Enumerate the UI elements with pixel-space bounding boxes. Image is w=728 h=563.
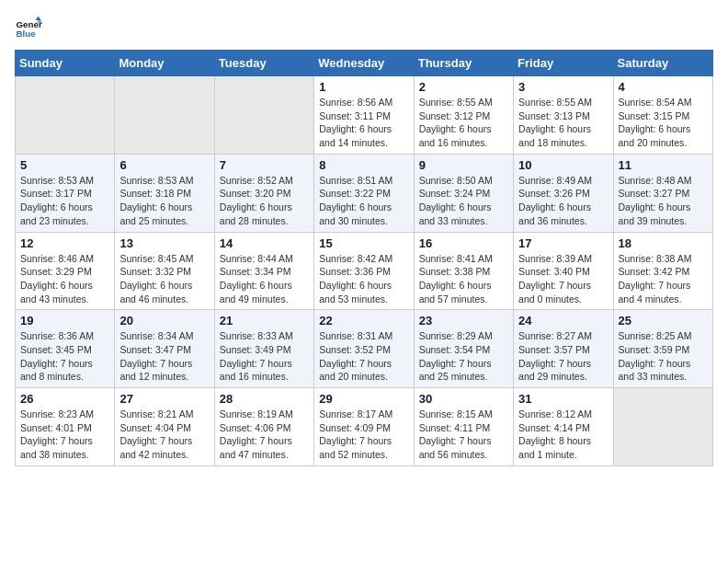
day-number: 27 [119, 392, 209, 406]
day-info: Sunrise: 8:17 AM Sunset: 4:09 PM Dayligh… [319, 408, 408, 462]
day-info: Sunrise: 8:42 AM Sunset: 3:36 PM Dayligh… [319, 252, 408, 306]
weekday-header-row: SundayMondayTuesdayWednesdayThursdayFrid… [16, 51, 713, 76]
day-number: 9 [419, 158, 508, 172]
weekday-header-sunday: Sunday [16, 51, 115, 76]
week-row-1: 1Sunrise: 8:56 AM Sunset: 3:11 PM Daylig… [16, 76, 713, 155]
day-info: Sunrise: 8:53 AM Sunset: 3:18 PM Dayligh… [119, 174, 209, 228]
day-info: Sunrise: 8:38 AM Sunset: 3:42 PM Dayligh… [619, 252, 708, 306]
day-info: Sunrise: 8:41 AM Sunset: 3:38 PM Dayligh… [419, 252, 508, 306]
weekday-header-tuesday: Tuesday [214, 51, 313, 76]
day-number: 6 [119, 158, 209, 172]
day-number: 18 [619, 236, 708, 250]
day-cell [613, 388, 712, 466]
day-cell: 19Sunrise: 8:36 AM Sunset: 3:45 PM Dayli… [16, 310, 115, 388]
day-info: Sunrise: 8:49 AM Sunset: 3:26 PM Dayligh… [518, 174, 608, 228]
day-number: 14 [220, 236, 309, 250]
day-cell: 16Sunrise: 8:41 AM Sunset: 3:38 PM Dayli… [414, 232, 513, 310]
day-info: Sunrise: 8:53 AM Sunset: 3:17 PM Dayligh… [20, 174, 109, 228]
day-info: Sunrise: 8:46 AM Sunset: 3:29 PM Dayligh… [20, 252, 109, 306]
day-cell: 30Sunrise: 8:15 AM Sunset: 4:11 PM Dayli… [414, 388, 513, 466]
day-number: 20 [119, 314, 209, 327]
day-cell: 26Sunrise: 8:23 AM Sunset: 4:01 PM Dayli… [16, 388, 115, 466]
day-cell: 18Sunrise: 8:38 AM Sunset: 3:42 PM Dayli… [613, 232, 712, 310]
weekday-header-wednesday: Wednesday [314, 51, 414, 76]
day-info: Sunrise: 8:55 AM Sunset: 3:12 PM Dayligh… [419, 96, 508, 150]
day-number: 3 [518, 80, 608, 94]
day-number: 19 [20, 314, 109, 327]
day-cell: 8Sunrise: 8:51 AM Sunset: 3:22 PM Daylig… [314, 154, 414, 232]
weekday-header-friday: Friday [514, 51, 613, 76]
day-info: Sunrise: 8:50 AM Sunset: 3:24 PM Dayligh… [419, 174, 508, 228]
day-info: Sunrise: 8:34 AM Sunset: 3:47 PM Dayligh… [119, 329, 209, 384]
day-cell: 12Sunrise: 8:46 AM Sunset: 3:29 PM Dayli… [16, 232, 115, 310]
day-info: Sunrise: 8:36 AM Sunset: 3:45 PM Dayligh… [20, 329, 109, 384]
day-info: Sunrise: 8:21 AM Sunset: 4:04 PM Dayligh… [119, 408, 209, 462]
page-header: General Blue [15, 15, 713, 42]
day-cell: 13Sunrise: 8:45 AM Sunset: 3:32 PM Dayli… [115, 232, 214, 310]
day-cell: 27Sunrise: 8:21 AM Sunset: 4:04 PM Dayli… [115, 388, 214, 466]
day-cell: 7Sunrise: 8:52 AM Sunset: 3:20 PM Daylig… [214, 154, 313, 232]
day-cell: 25Sunrise: 8:25 AM Sunset: 3:59 PM Dayli… [613, 310, 712, 388]
day-number: 7 [220, 158, 309, 172]
week-row-4: 19Sunrise: 8:36 AM Sunset: 3:45 PM Dayli… [16, 310, 713, 388]
day-info: Sunrise: 8:52 AM Sunset: 3:20 PM Dayligh… [220, 174, 309, 228]
day-number: 11 [619, 158, 708, 172]
day-info: Sunrise: 8:15 AM Sunset: 4:11 PM Dayligh… [419, 408, 508, 462]
day-cell: 9Sunrise: 8:50 AM Sunset: 3:24 PM Daylig… [414, 154, 513, 232]
day-number: 13 [119, 236, 209, 250]
day-cell: 4Sunrise: 8:54 AM Sunset: 3:15 PM Daylig… [613, 76, 712, 155]
day-number: 21 [220, 314, 309, 327]
day-number: 17 [518, 236, 608, 250]
day-cell: 22Sunrise: 8:31 AM Sunset: 3:52 PM Dayli… [314, 310, 414, 388]
day-number: 12 [20, 236, 109, 250]
day-number: 23 [419, 314, 508, 327]
logo: General Blue [15, 15, 46, 42]
day-cell: 6Sunrise: 8:53 AM Sunset: 3:18 PM Daylig… [115, 154, 214, 232]
day-number: 4 [619, 80, 708, 94]
day-cell: 15Sunrise: 8:42 AM Sunset: 3:36 PM Dayli… [314, 232, 414, 310]
day-info: Sunrise: 8:27 AM Sunset: 3:57 PM Dayligh… [518, 329, 608, 384]
weekday-header-monday: Monday [115, 51, 214, 76]
day-number: 26 [20, 392, 109, 406]
day-number: 25 [619, 314, 708, 327]
day-number: 5 [20, 158, 109, 172]
week-row-2: 5Sunrise: 8:53 AM Sunset: 3:17 PM Daylig… [16, 154, 713, 232]
day-info: Sunrise: 8:44 AM Sunset: 3:34 PM Dayligh… [220, 252, 309, 306]
day-info: Sunrise: 8:31 AM Sunset: 3:52 PM Dayligh… [319, 329, 408, 384]
day-cell: 21Sunrise: 8:33 AM Sunset: 3:49 PM Dayli… [214, 310, 313, 388]
logo-icon: General Blue [15, 15, 42, 42]
day-cell: 28Sunrise: 8:19 AM Sunset: 4:06 PM Dayli… [214, 388, 313, 466]
day-info: Sunrise: 8:56 AM Sunset: 3:11 PM Dayligh… [319, 96, 408, 150]
day-cell [16, 76, 115, 155]
day-number: 2 [419, 80, 508, 94]
day-cell: 1Sunrise: 8:56 AM Sunset: 3:11 PM Daylig… [314, 76, 414, 155]
day-info: Sunrise: 8:33 AM Sunset: 3:49 PM Dayligh… [220, 329, 309, 384]
week-row-5: 26Sunrise: 8:23 AM Sunset: 4:01 PM Dayli… [16, 388, 713, 466]
day-cell [115, 76, 214, 155]
day-info: Sunrise: 8:19 AM Sunset: 4:06 PM Dayligh… [220, 408, 309, 462]
day-cell: 31Sunrise: 8:12 AM Sunset: 4:14 PM Dayli… [514, 388, 613, 466]
day-number: 8 [319, 158, 408, 172]
day-cell: 17Sunrise: 8:39 AM Sunset: 3:40 PM Dayli… [514, 232, 613, 310]
day-cell: 24Sunrise: 8:27 AM Sunset: 3:57 PM Dayli… [514, 310, 613, 388]
day-cell: 5Sunrise: 8:53 AM Sunset: 3:17 PM Daylig… [16, 154, 115, 232]
day-info: Sunrise: 8:12 AM Sunset: 4:14 PM Dayligh… [518, 408, 608, 462]
day-number: 30 [419, 392, 508, 406]
calendar-table: SundayMondayTuesdayWednesdayThursdayFrid… [15, 50, 713, 466]
day-number: 16 [419, 236, 508, 250]
day-info: Sunrise: 8:25 AM Sunset: 3:59 PM Dayligh… [619, 329, 708, 384]
day-info: Sunrise: 8:55 AM Sunset: 3:13 PM Dayligh… [518, 96, 608, 150]
day-cell: 29Sunrise: 8:17 AM Sunset: 4:09 PM Dayli… [314, 388, 414, 466]
day-number: 29 [319, 392, 408, 406]
day-number: 22 [319, 314, 408, 327]
day-cell: 11Sunrise: 8:48 AM Sunset: 3:27 PM Dayli… [613, 154, 712, 232]
day-number: 28 [220, 392, 309, 406]
weekday-header-saturday: Saturday [613, 51, 712, 76]
day-cell: 2Sunrise: 8:55 AM Sunset: 3:12 PM Daylig… [414, 76, 513, 155]
day-cell [214, 76, 313, 155]
day-info: Sunrise: 8:48 AM Sunset: 3:27 PM Dayligh… [619, 174, 708, 228]
day-info: Sunrise: 8:29 AM Sunset: 3:54 PM Dayligh… [419, 329, 508, 384]
day-cell: 20Sunrise: 8:34 AM Sunset: 3:47 PM Dayli… [115, 310, 214, 388]
day-number: 24 [518, 314, 608, 327]
day-cell: 3Sunrise: 8:55 AM Sunset: 3:13 PM Daylig… [514, 76, 613, 155]
